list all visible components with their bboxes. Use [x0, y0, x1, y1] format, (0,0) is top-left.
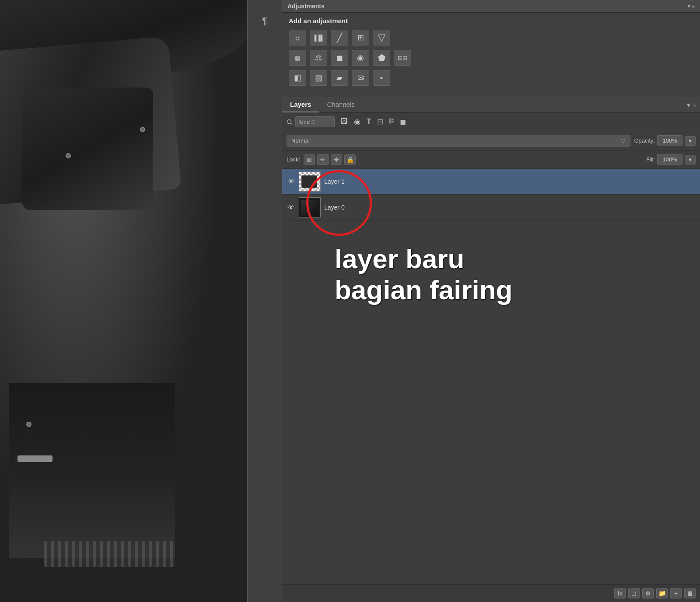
pixel-filter-icon[interactable]: ◼ — [399, 116, 407, 127]
image-filter-icon[interactable]: 🖼 — [339, 116, 349, 127]
text-filter-icon[interactable]: T — [365, 116, 372, 127]
layers-panel: Layers Channels ▼ ≡ Kind ⬡ 🖼 ◉ T ⊡ ⎘ — [282, 97, 700, 602]
tool-panel: ¶ — [247, 0, 282, 602]
blend-opacity-row: Normal ⬡ Opacity: 100% ▼ — [282, 131, 700, 150]
lock-pixels-button[interactable]: ✏ — [317, 154, 329, 165]
annotation-text: layer baru bagian fairing — [335, 243, 512, 306]
layers-menu-icon: ▼ — [686, 102, 692, 108]
exposure-button[interactable]: ⊞ — [352, 30, 369, 46]
adjustments-title: Adjustments — [287, 3, 325, 10]
adjustments-header: Adjustments ▼≡ — [282, 0, 700, 13]
right-panel: Adjustments ▼≡ Add an adjustment ☼ ▐▐▌ ╱… — [282, 0, 700, 602]
black-white-button[interactable]: ◼ — [331, 50, 348, 66]
lock-fill-row: Lock: ⊠ ✏ ✥ 🔒 Fill: 100% ▼ — [282, 150, 700, 169]
layer1-visibility-toggle[interactable]: 👁 — [287, 178, 295, 186]
fill-group: Fill: 100% ▼ — [646, 154, 696, 165]
hue-saturation-button[interactable]: ▦ — [289, 50, 306, 66]
curves-button[interactable]: ╱ — [331, 30, 348, 46]
filter-kind-select[interactable]: Kind ⬡ — [295, 116, 335, 127]
add-mask-button[interactable]: ◻ — [628, 588, 640, 598]
blend-mode-arrows: ⬡ — [621, 138, 626, 144]
layer-item-0[interactable]: 👁 Layer 0 — [282, 195, 700, 220]
levels-button[interactable]: ▐▐▌ — [310, 30, 327, 46]
layer1-name: Layer 1 — [324, 178, 696, 185]
layers-menu-button[interactable]: ▼ ≡ — [686, 102, 696, 108]
annotation-line2: bagian fairing — [335, 274, 512, 305]
create-group-button[interactable]: 📁 — [656, 588, 668, 598]
layers-footer: fx ◻ ⊕ 📁 + 🗑 — [282, 584, 700, 602]
svg-point-0 — [287, 119, 291, 123]
fill-input[interactable]: 100% — [657, 154, 682, 165]
kind-arrow-icon: ⬡ — [312, 119, 315, 124]
new-layer-button[interactable]: + — [670, 588, 682, 598]
fill-dropdown-button[interactable]: ▼ — [685, 155, 696, 164]
lock-icons: ⊠ ✏ ✥ 🔒 — [304, 154, 356, 165]
search-icon — [287, 119, 293, 125]
brightness-contrast-button[interactable]: ☼ — [289, 30, 306, 46]
add-adjustment-button[interactable]: ⊕ — [642, 588, 654, 598]
adjustment-icons-row3: ◧ ▨ ▰ ✉ ▪ — [289, 70, 693, 86]
tab-channels[interactable]: Channels — [319, 97, 362, 112]
lock-all-button[interactable]: 🔒 — [344, 154, 356, 165]
shape-filter-icon[interactable]: ⊡ — [376, 116, 385, 127]
adjustments-content: Add an adjustment ☼ ▐▐▌ ╱ ⊞ ▽ ▦ ⚖ ◼ ◉ ⬟ … — [282, 13, 700, 97]
adjustment-icons-row2: ▦ ⚖ ◼ ◉ ⬟ ⊞⊞ — [289, 50, 693, 66]
svg-line-1 — [291, 123, 293, 125]
blend-mode-value: Normal — [291, 137, 310, 144]
delete-layer-button[interactable]: 🗑 — [684, 588, 696, 598]
opacity-group: Opacity: 100% ▼ — [634, 135, 696, 146]
color-lookup-button[interactable]: ⊞⊞ — [394, 50, 411, 66]
opacity-dropdown-button[interactable]: ▼ — [685, 136, 696, 146]
layer1-thumbnail — [299, 172, 321, 192]
filter-kind-row: Kind ⬡ 🖼 ◉ T ⊡ ⎘ ◼ — [282, 113, 700, 131]
color-balance-button[interactable]: ⚖ — [310, 50, 327, 66]
vibrance-button[interactable]: ▽ — [373, 30, 390, 46]
fill-label: Fill: — [646, 156, 655, 163]
tab-layers[interactable]: Layers — [282, 97, 319, 112]
layer-effects-button[interactable]: fx — [614, 588, 626, 598]
layers-tabs: Layers Channels ▼ ≡ — [282, 97, 700, 113]
lock-position-button[interactable]: ✥ — [331, 154, 342, 165]
adjustment-icons-row1: ☼ ▐▐▌ ╱ ⊞ ▽ — [289, 30, 693, 46]
layer0-name: Layer 0 — [324, 204, 696, 211]
lock-label: Lock: — [287, 156, 300, 163]
paragraph-icon: ¶ — [259, 15, 271, 28]
opacity-input[interactable]: 100% — [657, 135, 682, 146]
selective-color-button[interactable]: ▪ — [373, 70, 390, 86]
threshold-button[interactable]: ▰ — [331, 70, 348, 86]
invert-button[interactable]: ◧ — [289, 70, 306, 86]
channel-mixer-button[interactable]: ⬟ — [373, 50, 390, 66]
layer-item-1[interactable]: 👁 Layer 1 — [282, 169, 700, 195]
layers-list: 👁 Layer 1 👁 Layer 0 layer b — [282, 169, 700, 584]
smart-filter-icon[interactable]: ⎘ — [388, 116, 395, 127]
canvas-area — [0, 0, 247, 602]
kind-filter-icons: 🖼 ◉ T ⊡ ⎘ ◼ — [339, 116, 407, 127]
adjustments-panel: Adjustments ▼≡ Add an adjustment ☼ ▐▐▌ ╱… — [282, 0, 700, 97]
photo-filter-button[interactable]: ◉ — [352, 50, 369, 66]
adjustments-menu-button[interactable]: ▼≡ — [686, 3, 695, 9]
annotation-line1: layer baru — [335, 243, 512, 274]
posterize-button[interactable]: ▨ — [310, 70, 327, 86]
lock-transparency-button[interactable]: ⊠ — [304, 154, 315, 165]
kind-label: Kind — [298, 119, 310, 125]
blend-mode-select[interactable]: Normal ⬡ — [287, 135, 630, 147]
add-adjustment-label: Add an adjustment — [289, 17, 693, 24]
opacity-label: Opacity: — [634, 137, 655, 144]
layer0-visibility-toggle[interactable]: 👁 — [287, 203, 295, 211]
gradient-map-button[interactable]: ✉ — [352, 70, 369, 86]
layers-list-icon: ≡ — [693, 102, 696, 108]
circle-filter-icon[interactable]: ◉ — [353, 116, 362, 127]
layer0-thumbnail — [299, 197, 321, 217]
